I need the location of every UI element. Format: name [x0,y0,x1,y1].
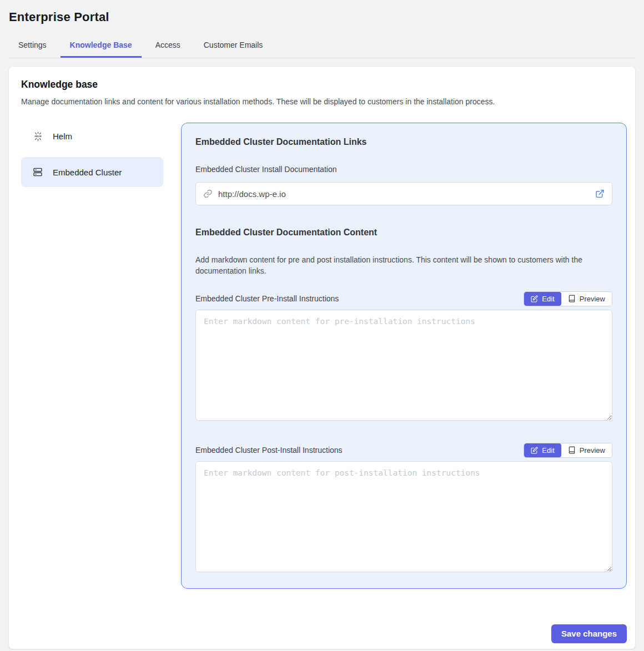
pre-install-mode-toggle: Edit Preview [524,291,612,306]
knowledge-base-card: Knowledge base Manage documentation link… [8,66,636,649]
app-title: Enterprise Portal [9,10,635,24]
install-method-nav: HELM Helm Embedded Cluster [21,123,163,187]
page-title: Knowledge base [21,79,627,90]
pre-install-textarea[interactable] [195,310,612,421]
edit-button-label: Edit [542,446,554,455]
save-changes-button[interactable]: Save changes [551,624,627,643]
book-icon [568,446,576,454]
edit-icon [531,447,538,454]
post-install-mode-toggle: Edit Preview [524,443,612,458]
link-icon [203,189,213,199]
book-icon [568,295,576,302]
preview-button-label: Preview [580,446,605,455]
main-row: HELM Helm Embedded Cluster Em [21,123,627,589]
sidebar-item-helm[interactable]: HELM Helm [21,123,163,149]
post-install-preview-button[interactable]: Preview [561,443,612,457]
embedded-cluster-panel: Embedded Cluster Documentation Links Emb… [181,123,627,589]
post-install-edit-button[interactable]: Edit [524,443,561,457]
edit-icon [531,295,538,302]
pre-install-edit-button[interactable]: Edit [524,292,561,306]
edit-button-label: Edit [542,295,554,303]
page-description: Manage documentation links and content f… [21,97,627,106]
pre-install-preview-button[interactable]: Preview [561,292,612,306]
links-section-heading: Embedded Cluster Documentation Links [195,137,612,147]
install-doc-url-input[interactable] [195,182,612,205]
install-doc-label: Embedded Cluster Install Documentation [195,165,612,174]
tab-bar: Settings Knowledge Base Access Customer … [9,36,635,58]
tab-customer-emails[interactable]: Customer Emails [194,36,273,58]
app-header: Enterprise Portal Settings Knowledge Bas… [0,0,644,58]
post-install-label-row: Embedded Cluster Post-Install Instructio… [195,443,612,458]
tab-access[interactable]: Access [146,36,190,58]
tab-settings[interactable]: Settings [9,36,56,58]
tab-knowledge-base[interactable]: Knowledge Base [61,36,142,58]
content-section-description: Add markdown content for pre and post in… [195,254,612,277]
pre-install-label: Embedded Cluster Pre-Install Instruction… [195,294,339,303]
content-section-heading: Embedded Cluster Documentation Content [195,228,612,238]
post-install-label: Embedded Cluster Post-Install Instructio… [195,446,343,455]
sidebar-item-embedded-cluster[interactable]: Embedded Cluster [21,157,163,187]
preview-button-label: Preview [580,295,605,303]
helm-icon: HELM [32,130,43,142]
post-install-textarea[interactable] [195,461,612,572]
pre-install-label-row: Embedded Cluster Pre-Install Instruction… [195,291,612,306]
svg-text:HELM: HELM [34,135,41,138]
server-stack-icon [32,166,43,178]
sidebar-item-label: Helm [53,132,72,141]
external-link-icon[interactable] [595,189,605,199]
sidebar-item-label: Embedded Cluster [53,168,122,177]
install-doc-field [195,182,612,205]
save-row: Save changes [21,624,627,644]
